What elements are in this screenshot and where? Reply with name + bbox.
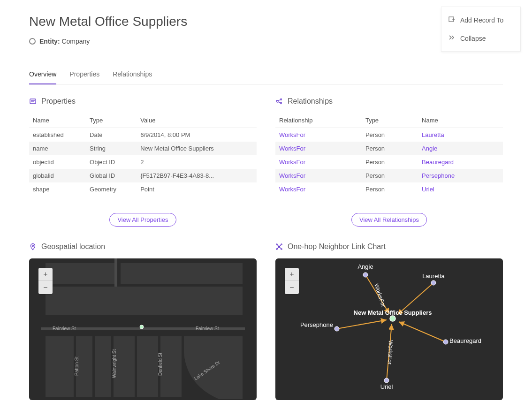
- table-row: name String New Metal Office Suppliers: [29, 142, 257, 155]
- map-point-marker: [140, 325, 144, 329]
- street-label: Patton St: [74, 356, 79, 376]
- street-label: Fairview St: [53, 326, 76, 331]
- table-row: WorksFor Person Lauretta: [275, 128, 503, 142]
- table-row: WorksFor Person Persephone: [275, 169, 503, 182]
- tab-properties[interactable]: Properties: [69, 67, 99, 84]
- map-zoom-in-button[interactable]: +: [38, 268, 53, 281]
- chart-zoom-in-button[interactable]: +: [285, 268, 299, 281]
- svg-rect-21: [160, 336, 182, 397]
- svg-rect-15: [46, 287, 243, 315]
- rel-link[interactable]: WorksFor: [279, 159, 305, 166]
- relationships-icon: [275, 98, 283, 105]
- properties-icon: [29, 98, 37, 105]
- svg-rect-3: [30, 99, 36, 104]
- rel-link[interactable]: WorksFor: [279, 186, 305, 193]
- svg-point-7: [281, 99, 282, 100]
- name-link[interactable]: Lauretta: [422, 131, 444, 138]
- properties-col-type: Type: [86, 113, 137, 128]
- rel-col-relationship: Relationship: [275, 113, 362, 128]
- table-row: WorksFor Person Uriel: [275, 182, 503, 196]
- collapse-label: Collapse: [460, 35, 486, 42]
- geospatial-map[interactable]: Fairview St Fairview St Patton St Wainwr…: [29, 258, 257, 400]
- street-label: Wainwright St: [112, 349, 117, 378]
- geospatial-panel: Geospatial location: [29, 242, 257, 400]
- svg-point-43: [390, 316, 395, 321]
- entity-label: Entity:: [39, 38, 60, 45]
- node-label: Beauregard: [449, 337, 481, 344]
- svg-rect-18: [95, 336, 111, 397]
- street-label: Denfield St: [158, 353, 163, 376]
- add-record-icon: [448, 15, 456, 24]
- view-all-properties-button[interactable]: View All Properties: [109, 213, 176, 227]
- table-row: objectid Object ID 2: [29, 155, 257, 169]
- svg-point-11: [32, 245, 34, 247]
- table-row: shape Geometry Point: [29, 182, 257, 196]
- svg-rect-14: [121, 263, 243, 284]
- entity-circle-icon: [29, 38, 36, 45]
- properties-table: Name Type Value established Date 6/9/201…: [29, 113, 257, 196]
- svg-point-8: [281, 103, 282, 104]
- linkchart-icon: [275, 243, 283, 250]
- add-record-to-button[interactable]: Add Record To: [441, 11, 520, 29]
- svg-point-38: [363, 273, 368, 277]
- rel-link[interactable]: WorksFor: [279, 145, 305, 152]
- edge-label: WorksFor: [373, 283, 387, 308]
- link-chart[interactable]: Angie Lauretta Persephone Beauregard Uri…: [275, 258, 503, 400]
- svg-line-35: [337, 320, 387, 329]
- node-label: Persephone: [300, 321, 333, 328]
- relationships-panel: Relationships Relationship Type Name Wor…: [275, 97, 503, 227]
- rel-col-name: Name: [418, 113, 503, 128]
- actions-menu: Add Record To Collapse: [441, 7, 521, 52]
- add-record-to-label: Add Record To: [460, 16, 503, 24]
- relationships-title: Relationships: [288, 97, 333, 106]
- geospatial-title: Geospatial location: [41, 242, 105, 251]
- svg-point-40: [334, 326, 339, 331]
- svg-rect-13: [46, 263, 116, 284]
- svg-line-32: [279, 247, 281, 249]
- tab-relationships[interactable]: Relationships: [113, 67, 152, 84]
- node-label: Uriel: [380, 383, 393, 390]
- rel-link[interactable]: WorksFor: [279, 172, 305, 179]
- svg-line-30: [279, 245, 281, 247]
- svg-point-41: [443, 340, 448, 344]
- name-link[interactable]: Persephone: [422, 172, 455, 179]
- svg-line-36: [399, 322, 446, 342]
- rel-col-type: Type: [362, 113, 418, 128]
- linkchart-panel: One-hop Neighbor Link Chart: [275, 242, 503, 400]
- street-label: Fairview St: [196, 326, 219, 331]
- properties-title: Properties: [41, 97, 76, 106]
- location-pin-icon: [29, 243, 37, 250]
- svg-line-31: [277, 247, 279, 249]
- properties-col-name: Name: [29, 113, 86, 128]
- map-zoom-out-button[interactable]: −: [38, 281, 53, 294]
- collapse-button[interactable]: Collapse: [441, 29, 520, 47]
- svg-line-29: [277, 245, 279, 247]
- name-link[interactable]: Uriel: [422, 186, 434, 193]
- table-row: established Date 6/9/2014, 8:00 PM: [29, 128, 257, 142]
- page-title: New Metal Office Suppliers: [29, 14, 187, 29]
- node-label-center: New Metal Office Suppliers: [354, 309, 432, 316]
- properties-panel: Properties Name Type Value established D…: [29, 97, 257, 227]
- table-row: globalid Global ID {F5172B97-F4E3-4A83-8…: [29, 169, 257, 182]
- collapse-icon: [448, 34, 456, 43]
- table-row: WorksFor Person Beauregard: [275, 155, 503, 169]
- chart-zoom-out-button[interactable]: −: [285, 281, 299, 294]
- entity-value: Company: [61, 38, 90, 45]
- table-row: WorksFor Person Angie: [275, 142, 503, 155]
- entity-indicator: Entity: Company: [29, 38, 187, 45]
- svg-point-39: [431, 280, 436, 285]
- relationships-table: Relationship Type Name WorksFor Person L…: [275, 113, 503, 196]
- tabs: Overview Properties Relationships: [29, 67, 503, 85]
- edge-label: WorksFor: [387, 340, 394, 364]
- tab-overview[interactable]: Overview: [29, 67, 56, 84]
- svg-rect-20: [137, 336, 158, 397]
- svg-line-9: [278, 100, 281, 101]
- rel-link[interactable]: WorksFor: [279, 131, 305, 138]
- svg-rect-16: [46, 336, 74, 397]
- name-link[interactable]: Angie: [422, 145, 437, 152]
- properties-col-value: Value: [137, 113, 257, 128]
- name-link[interactable]: Beauregard: [422, 159, 454, 166]
- chart-zoom-control: + −: [285, 268, 299, 294]
- node-label: Angie: [357, 263, 373, 270]
- view-all-relationships-button[interactable]: View All Relationships: [351, 213, 427, 227]
